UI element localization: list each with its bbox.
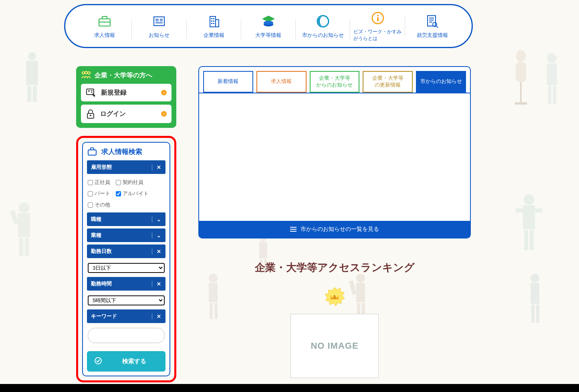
svg-rect-64 bbox=[428, 16, 436, 26]
news-card: 新着情報求人情報企業・大学等 からのお知らせ企業・大学等 の更新情報市からのお知… bbox=[198, 66, 471, 238]
tab[interactable]: 企業・大学等 からのお知らせ bbox=[310, 71, 360, 93]
nav-item-city-news[interactable]: 市からのお知らせ bbox=[296, 13, 350, 39]
register-button[interactable]: 新規登録 › bbox=[81, 84, 171, 101]
svg-point-62 bbox=[377, 15, 379, 16]
svg-rect-55 bbox=[211, 23, 212, 24]
filter-jobtype-header[interactable]: 職種 ⌄ bbox=[87, 212, 165, 226]
tab[interactable]: 市からのお知らせ bbox=[416, 71, 466, 93]
svg-rect-2 bbox=[27, 86, 31, 102]
doc-search-icon bbox=[424, 13, 440, 29]
svg-rect-79 bbox=[88, 150, 96, 155]
info-icon bbox=[370, 10, 386, 26]
nav-item-news[interactable]: お知らせ bbox=[132, 13, 186, 39]
briefcase-icon bbox=[87, 147, 97, 156]
filter-employment-body: 正社員契約社員パートアルバイトその他 bbox=[87, 176, 165, 212]
svg-rect-6 bbox=[520, 82, 522, 102]
svg-point-59 bbox=[264, 21, 273, 25]
nav-label: お知らせ bbox=[149, 32, 169, 39]
employment-option[interactable]: 契約社員 bbox=[116, 179, 143, 186]
tab[interactable]: 求人情報 bbox=[256, 71, 307, 93]
employment-option[interactable]: 正社員 bbox=[88, 179, 110, 186]
nav-item-jobs[interactable]: 求人情報 bbox=[77, 13, 132, 39]
close-icon[interactable]: ✕ bbox=[152, 164, 161, 170]
employment-checkbox[interactable] bbox=[116, 191, 121, 196]
svg-point-71 bbox=[85, 71, 87, 74]
ranking-section: 企業・大学等アクセスランキング 1 NO IMAGE bbox=[198, 261, 471, 378]
workhours-select[interactable]: 5時間以下 bbox=[88, 295, 165, 305]
nav-label: 求人情報 bbox=[94, 32, 115, 39]
card-footer-link[interactable]: 市からのお知らせの一覧を見る bbox=[199, 221, 470, 238]
svg-rect-13 bbox=[18, 213, 30, 237]
nav-item-university[interactable]: 大学等情報 bbox=[241, 13, 296, 39]
login-label: ログイン bbox=[100, 110, 126, 118]
people-icon bbox=[81, 71, 91, 80]
svg-rect-16 bbox=[25, 238, 29, 256]
job-search-box: 求人情報検索 雇用形態 ✕ 正社員契約社員パートアルバイトその他 職種 ⌄ 業種… bbox=[82, 142, 170, 376]
nav-label: 企業情報 bbox=[204, 32, 224, 39]
employment-checkbox[interactable] bbox=[116, 180, 121, 185]
crescent-icon bbox=[315, 13, 331, 29]
news-icon bbox=[151, 13, 167, 29]
svg-rect-1 bbox=[26, 61, 38, 85]
top-navigation: 求人情報 お知らせ 企業情報 大学等情報 市からのお知らせ ビズ・ワーク・かすみ… bbox=[64, 4, 473, 48]
login-button[interactable]: ログイン › bbox=[81, 105, 171, 123]
svg-point-12 bbox=[19, 202, 29, 213]
svg-point-74 bbox=[88, 90, 90, 92]
list-icon bbox=[290, 227, 297, 232]
bg-mannequin-icon bbox=[507, 48, 535, 112]
bottom-bar bbox=[0, 384, 579, 392]
nav-label: 就労支援情報 bbox=[417, 32, 448, 39]
close-icon[interactable]: ✕ bbox=[152, 313, 161, 319]
nav-item-support[interactable]: 就労支援情報 bbox=[405, 13, 460, 39]
nav-label: 大学等情報 bbox=[255, 32, 281, 39]
employment-checkbox[interactable] bbox=[88, 180, 93, 185]
keyword-input[interactable] bbox=[88, 328, 165, 343]
filter-workdays-header[interactable]: 勤務日数 ✕ bbox=[87, 244, 165, 258]
nav-label: ビズ・ワーク・かすみがうらとは bbox=[353, 28, 401, 42]
employment-checkbox[interactable] bbox=[88, 202, 93, 208]
filter-keyword-header[interactable]: キーワード ✕ bbox=[87, 309, 165, 323]
search-title: 求人情報検索 bbox=[87, 147, 165, 156]
svg-rect-80 bbox=[91, 148, 94, 150]
employment-option[interactable]: その他 bbox=[88, 201, 110, 208]
svg-rect-19 bbox=[516, 208, 523, 212]
nav-item-company[interactable]: 企業情報 bbox=[187, 13, 241, 39]
svg-rect-14 bbox=[10, 210, 19, 225]
employment-option[interactable]: パート bbox=[88, 190, 110, 197]
svg-point-36 bbox=[531, 274, 539, 283]
chevron-down-icon[interactable]: ⌄ bbox=[152, 216, 161, 222]
svg-rect-5 bbox=[516, 62, 526, 82]
chevron-right-icon: › bbox=[161, 111, 167, 117]
svg-point-8 bbox=[547, 53, 557, 63]
filter-industry-header[interactable]: 業種 ⌄ bbox=[87, 228, 165, 242]
svg-point-78 bbox=[90, 115, 91, 116]
employment-checkbox[interactable] bbox=[88, 191, 93, 196]
svg-rect-28 bbox=[259, 242, 267, 259]
nav-item-about[interactable]: ビズ・ワーク・かすみがうらとは bbox=[350, 10, 405, 42]
close-icon[interactable]: ✕ bbox=[152, 281, 161, 287]
svg-line-69 bbox=[436, 26, 438, 28]
workdays-select[interactable]: 3日以下 bbox=[88, 263, 165, 273]
tab[interactable]: 企業・大学等 の更新情報 bbox=[363, 71, 413, 93]
rank-badge: 1 bbox=[324, 287, 345, 308]
nav-label: 市からのお知らせ bbox=[302, 32, 344, 39]
tab[interactable]: 新着情報 bbox=[203, 71, 253, 93]
svg-rect-3 bbox=[33, 86, 37, 102]
employment-option[interactable]: アルバイト bbox=[116, 190, 149, 197]
bg-person-icon bbox=[541, 52, 563, 112]
filter-workhours-header[interactable]: 勤務時間 ✕ bbox=[87, 277, 165, 291]
svg-rect-43 bbox=[154, 17, 164, 26]
filter-employment-header[interactable]: 雇用形態 ✕ bbox=[87, 160, 165, 174]
no-image-placeholder: NO IMAGE bbox=[291, 314, 379, 378]
lock-icon bbox=[86, 109, 95, 119]
svg-rect-37 bbox=[531, 283, 539, 304]
svg-rect-53 bbox=[211, 20, 212, 22]
search-button[interactable]: 検索する bbox=[87, 351, 165, 372]
building-icon bbox=[206, 13, 222, 29]
register-icon bbox=[86, 88, 96, 97]
chevron-down-icon[interactable]: ⌄ bbox=[152, 232, 161, 238]
close-icon[interactable]: ✕ bbox=[152, 249, 161, 255]
svg-rect-49 bbox=[210, 16, 216, 27]
ranking-title: 企業・大学等アクセスランキング bbox=[198, 261, 471, 275]
bg-person-icon bbox=[20, 48, 44, 104]
